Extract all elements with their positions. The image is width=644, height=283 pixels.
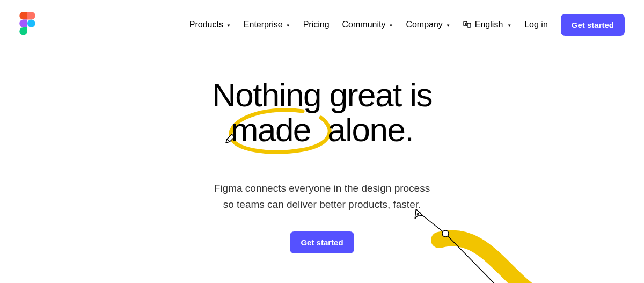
- primary-nav: Products ▼ Enterprise ▼ Pricing Communit…: [189, 14, 625, 36]
- nav-pricing-label: Pricing: [303, 20, 330, 30]
- hero-subhead-line1: Figma connects everyone in the design pr…: [214, 183, 430, 194]
- hero-cta-wrap: Get started: [0, 231, 644, 253]
- nav-enterprise-label: Enterprise: [244, 20, 283, 30]
- figma-logo-icon: [19, 12, 35, 35]
- nav-login[interactable]: Log in: [524, 20, 548, 30]
- hero-headline-made: made: [231, 111, 311, 148]
- nav-company-label: Company: [406, 20, 442, 30]
- nav-enterprise[interactable]: Enterprise ▼: [244, 20, 290, 30]
- nav-get-started-button[interactable]: Get started: [561, 14, 625, 36]
- hero-headline: Nothing great is made alone.: [212, 77, 432, 147]
- hero-section: Nothing great is made alone. Figma conne…: [0, 49, 644, 253]
- chevron-down-icon: ▼: [389, 23, 393, 28]
- nav-community-label: Community: [342, 20, 386, 30]
- nav-pricing[interactable]: Pricing: [303, 20, 330, 30]
- globe-icon: [463, 20, 472, 29]
- svg-point-0: [27, 20, 35, 28]
- nav-language-label: English: [475, 20, 503, 30]
- chevron-down-icon: ▼: [507, 23, 511, 28]
- nav-products-label: Products: [189, 20, 223, 30]
- chevron-down-icon: ▼: [226, 23, 231, 28]
- nav-company[interactable]: Company ▼: [406, 20, 450, 30]
- svg-rect-2: [467, 23, 471, 27]
- chevron-down-icon: ▼: [286, 23, 290, 28]
- hero-headline-line2: made alone.: [231, 112, 414, 147]
- hero-headline-alone: alone.: [327, 111, 413, 148]
- site-header: Products ▼ Enterprise ▼ Pricing Communit…: [0, 0, 644, 49]
- chevron-down-icon: ▼: [446, 23, 450, 28]
- nav-products[interactable]: Products ▼: [189, 20, 231, 30]
- nav-community[interactable]: Community ▼: [342, 20, 393, 30]
- nav-language[interactable]: English ▼: [463, 20, 511, 30]
- figma-logo[interactable]: [19, 12, 35, 38]
- hero-subhead: Figma connects everyone in the design pr…: [0, 180, 644, 212]
- hero-get-started-button[interactable]: Get started: [290, 231, 354, 253]
- hero-subhead-line2: so teams can deliver better products, fa…: [223, 199, 421, 210]
- hero-headline-line1: Nothing great is: [212, 76, 432, 113]
- nav-login-label: Log in: [524, 20, 548, 30]
